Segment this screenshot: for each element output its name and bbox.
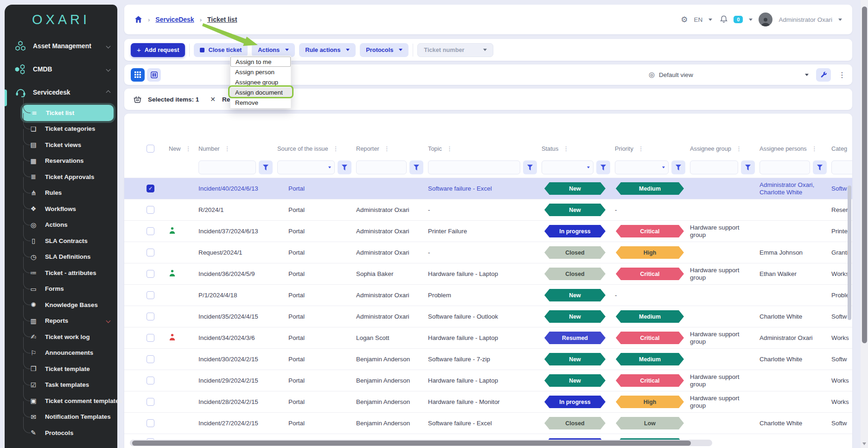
menu-item-assign-to-me[interactable]: Assign to me <box>230 57 291 67</box>
settings-gear-icon[interactable]: ⚙ <box>681 15 688 24</box>
menu-item-remove[interactable]: Remove <box>230 97 291 108</box>
sidebar-item-forms[interactable]: ▭Forms <box>5 281 117 297</box>
sidebar-item-task-templates[interactable]: ☑Task templates <box>5 377 117 393</box>
select-all-checkbox[interactable] <box>147 145 154 153</box>
filter-funnel-button-group[interactable] <box>741 160 755 174</box>
sidebar-item-sla-definitions[interactable]: ◷SLA Definitions <box>5 249 117 265</box>
filter-input-group[interactable] <box>690 160 738 174</box>
column-menu-dots-icon[interactable]: ⋮ <box>384 145 390 152</box>
filter-select-source[interactable] <box>277 160 335 174</box>
row-checkbox[interactable] <box>147 313 154 320</box>
grid-view-toggle[interactable] <box>131 68 145 82</box>
row-checkbox[interactable] <box>147 291 154 299</box>
sidebar-item-ticket-attributes[interactable]: ≔Ticket - attributes <box>5 265 117 281</box>
clear-selection-x-icon[interactable]: ✕ <box>210 96 216 103</box>
menu-item-assign-person[interactable]: Assign person <box>230 67 291 77</box>
filter-input-categ[interactable] <box>831 160 852 174</box>
sidebar-item-ticket-work-log[interactable]: ✍Ticket work log <box>5 329 117 345</box>
row-checkbox[interactable]: ✓ <box>147 185 154 192</box>
chevron-up-icon[interactable] <box>106 90 111 95</box>
sidebar-item-ticket-views[interactable]: ▤Ticket views <box>5 137 117 153</box>
sidebar-item-announcements[interactable]: ⚐Announcements <box>5 345 117 361</box>
table-row[interactable]: Incident/34/2024/3/6PortalLogan ScottHar… <box>124 327 852 348</box>
table-row[interactable]: Incident/37/2024/6/13PortalAdministrator… <box>124 220 852 242</box>
filter-funnel-button-priority[interactable] <box>671 160 685 174</box>
ticket-number-select[interactable]: Ticket number <box>417 43 493 57</box>
table-row[interactable]: Incident/36/2024/5/9PortalSophia BakerHa… <box>124 263 852 284</box>
sidebar-item-reports[interactable]: ▥Reports <box>5 313 117 329</box>
sidebar-item-knowledge-bases[interactable]: ✺Knowledge Bases <box>5 297 117 313</box>
sidebar-section-servicedesk[interactable]: Servicedesk <box>5 81 117 104</box>
more-options-dots[interactable]: ⋮ <box>838 70 846 79</box>
breadcrumb-ticket-list[interactable]: Ticket list <box>207 16 237 23</box>
sidebar-section-cmdb[interactable]: CMDB <box>5 58 117 81</box>
filter-funnel-button-source[interactable] <box>338 160 351 174</box>
table-row[interactable]: P/1/2024/4/18PortalAdministrator OxariPr… <box>124 284 852 306</box>
filter-funnel-button-number[interactable] <box>259 160 273 174</box>
column-menu-dots-icon[interactable]: ⋮ <box>224 145 230 152</box>
table-row[interactable]: ✓Incident/40/2024/6/13PortalSoftware fai… <box>124 178 852 199</box>
sidebar-item-ticket-template[interactable]: ❒Ticket template <box>5 361 117 377</box>
sidebar-item-ticket-comment-templates[interactable]: ▣Ticket comment templates <box>5 393 117 409</box>
filter-funnel-button-reporter[interactable] <box>409 160 423 174</box>
row-checkbox[interactable] <box>147 334 154 342</box>
sidebar-item-ticket-categories[interactable]: ❏Ticket categories <box>5 121 117 137</box>
table-row[interactable]: Incident/27/2024/2/15PortalBenjamin Ande… <box>124 412 852 434</box>
user-avatar[interactable] <box>759 13 772 26</box>
chevron-down-icon[interactable] <box>106 44 111 48</box>
table-horizontal-scrollbar[interactable] <box>132 441 691 446</box>
notification-count-badge[interactable]: 0 <box>734 16 743 23</box>
filter-select-priority[interactable] <box>615 160 669 174</box>
menu-item-assignee-group[interactable]: Assignee group <box>230 77 291 87</box>
actions-dropdown-button[interactable]: Actions <box>252 43 295 57</box>
filter-select-status[interactable] <box>542 160 594 174</box>
protocols-dropdown-button[interactable]: Protocols <box>360 43 408 57</box>
sidebar-item-workflows[interactable]: ❖Workflows <box>5 201 117 217</box>
add-request-button[interactable]: + Add request <box>131 43 185 57</box>
sidebar-item-sla-contracts[interactable]: ▯SLA Contracts <box>5 233 117 249</box>
table-row[interactable]: Incident/30/2024/2/15PortalBenjamin Ande… <box>124 348 852 370</box>
bell-icon[interactable] <box>720 15 728 24</box>
sidebar-item-actions[interactable]: ◎Actions <box>5 217 117 233</box>
table-vertical-scrollbar[interactable] <box>848 186 851 320</box>
filter-input-topic[interactable] <box>428 160 520 174</box>
close-ticket-button[interactable]: Close ticket <box>194 43 248 57</box>
default-view-select[interactable]: ◎ Default view <box>649 70 809 79</box>
filter-funnel-button-topic[interactable] <box>523 160 537 174</box>
row-checkbox[interactable] <box>147 206 154 214</box>
filter-funnel-button-persons[interactable] <box>813 160 827 174</box>
filter-input-reporter[interactable] <box>356 160 407 174</box>
rule-actions-dropdown-button[interactable]: Rule actions <box>299 43 356 57</box>
columns-view-toggle[interactable] <box>147 68 161 82</box>
home-icon[interactable] <box>134 16 142 23</box>
sidebar-section-asset-management[interactable]: Asset Management <box>5 34 117 58</box>
column-menu-dots-icon[interactable]: ⋮ <box>333 145 339 152</box>
chevron-down-icon[interactable] <box>106 319 111 323</box>
table-row[interactable]: Incident/35/2024/4/15PortalAdministrator… <box>124 306 852 327</box>
table-row[interactable]: Incident/29/2024/2/15PortalBenjamin Ande… <box>124 370 852 391</box>
filter-input-number[interactable] <box>198 160 256 174</box>
breadcrumb-servicedesk-link[interactable]: ServiceDesk <box>155 16 194 23</box>
table-row[interactable]: R/2024/1PortalAdministrator Oxari-New-Re… <box>124 199 852 220</box>
user-menu-caret-icon[interactable] <box>838 19 842 21</box>
row-checkbox[interactable] <box>147 227 154 235</box>
sidebar-item-ticket-list[interactable]: ≡Ticket list <box>22 105 114 121</box>
sidebar-item-rules[interactable]: ⋔Rules <box>5 185 117 201</box>
sidebar-item-protocols[interactable]: ✎Protocols <box>5 425 117 441</box>
row-checkbox[interactable] <box>147 419 154 427</box>
chevron-down-icon[interactable] <box>106 67 111 71</box>
sidebar-item-ticket-approvals[interactable]: ≣Ticket Approvals <box>5 169 117 185</box>
row-checkbox[interactable] <box>147 398 154 406</box>
column-menu-dots-icon[interactable]: ⋮ <box>736 145 742 152</box>
sidebar-item-reservations[interactable]: ▦Reservations <box>5 153 117 169</box>
user-name[interactable]: Administrator Oxari <box>779 16 832 23</box>
language-selector[interactable]: EN <box>694 16 703 23</box>
table-row[interactable]: Request/2024/1PortalAdministrator Oxari-… <box>124 242 852 263</box>
row-checkbox[interactable] <box>147 249 154 256</box>
row-checkbox[interactable] <box>147 355 154 363</box>
view-settings-wrench-button[interactable] <box>816 68 831 82</box>
column-menu-dots-icon[interactable]: ⋮ <box>563 145 569 152</box>
filter-funnel-button-status[interactable] <box>596 160 610 174</box>
row-checkbox[interactable] <box>147 377 154 384</box>
table-row[interactable]: Incident/28/2024/2/15PortalBenjamin Ande… <box>124 391 852 412</box>
